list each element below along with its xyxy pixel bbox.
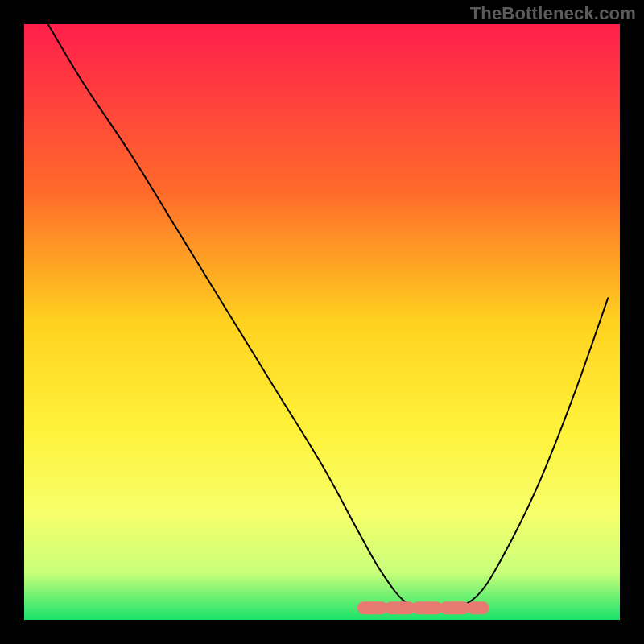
bottleneck-chart (0, 0, 644, 644)
plot-background (24, 24, 620, 620)
chart-frame: TheBottleneck.com (0, 0, 644, 644)
watermark-text: TheBottleneck.com (470, 3, 636, 24)
